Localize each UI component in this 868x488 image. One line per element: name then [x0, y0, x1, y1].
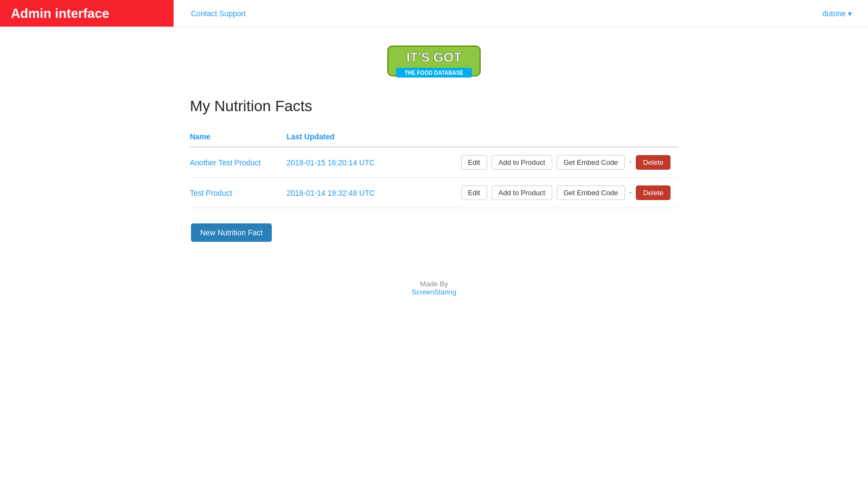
delete-button-1[interactable]: Delete — [636, 185, 671, 200]
row-date-cell: 2018-01-14 19:32:48 UTC — [286, 178, 405, 208]
edit-button-1[interactable]: Edit — [461, 185, 487, 200]
made-by-label: Made By — [0, 280, 868, 288]
main-content: My Nutrition Facts Name Last Updated Ano… — [108, 98, 760, 242]
row-actions-cell: Edit Add to Product Get Embed Code · Del… — [405, 178, 678, 208]
dropdown-icon: ▾ — [848, 9, 852, 18]
new-nutrition-fact-button[interactable]: New Nutrition Fact — [191, 223, 272, 242]
get-embed-code-button-1[interactable]: Get Embed Code — [557, 185, 625, 200]
user-menu[interactable]: dutone ▾ — [822, 9, 868, 18]
add-to-product-button-0[interactable]: Add to Product — [492, 155, 552, 170]
add-to-product-button-1[interactable]: Add to Product — [492, 185, 552, 200]
row-name-cell: Test Product — [190, 178, 286, 208]
svg-text:IT'S GOT: IT'S GOT — [406, 50, 462, 65]
delete-button-0[interactable]: Delete — [636, 155, 671, 170]
svg-text:THE FOOD DATABASE: THE FOOD DATABASE — [405, 70, 464, 76]
navbar: Admin interface Contact Support dutone ▾ — [0, 0, 868, 27]
col-name: Name — [190, 128, 286, 147]
navbar-links: Contact Support — [174, 9, 822, 18]
new-fact-area: New Nutrition Fact — [190, 223, 678, 242]
contact-support-link[interactable]: Contact Support — [184, 9, 252, 18]
separator-0: · — [629, 157, 631, 166]
get-embed-code-button-0[interactable]: Get Embed Code — [557, 155, 625, 170]
row-name-cell: Another Test Product — [190, 147, 286, 178]
table-row: Test Product 2018-01-14 19:32:48 UTC Edi… — [190, 178, 678, 208]
page-title: My Nutrition Facts — [190, 98, 678, 115]
site-logo: IT'S GOT THE FOOD DATABASE — [385, 43, 483, 87]
separator-1: · — [629, 188, 631, 197]
logo-svg: IT'S GOT THE FOOD DATABASE — [385, 43, 483, 87]
table-row: Another Test Product 2018-01-15 16:20:14… — [190, 147, 678, 178]
table-header: Name Last Updated — [190, 128, 678, 147]
col-last-updated: Last Updated — [286, 128, 405, 147]
row-date-cell: 2018-01-15 16:20:14 UTC — [286, 147, 405, 178]
footer: Made By ScreenStaring — [0, 269, 868, 318]
logo-area: IT'S GOT THE FOOD DATABASE — [0, 27, 868, 98]
nutrition-facts-table: Name Last Updated Another Test Product 2… — [190, 128, 678, 208]
product-name-link-1[interactable]: Test Product — [190, 189, 232, 197]
admin-brand[interactable]: Admin interface — [0, 0, 174, 27]
product-name-link-0[interactable]: Another Test Product — [190, 158, 260, 167]
row-actions-cell: Edit Add to Product Get Embed Code · Del… — [405, 147, 678, 178]
edit-button-0[interactable]: Edit — [461, 155, 487, 170]
table-body: Another Test Product 2018-01-15 16:20:14… — [190, 147, 678, 208]
username-label: dutone — [822, 9, 846, 18]
screenstaring-link[interactable]: ScreenStaring — [412, 288, 456, 296]
